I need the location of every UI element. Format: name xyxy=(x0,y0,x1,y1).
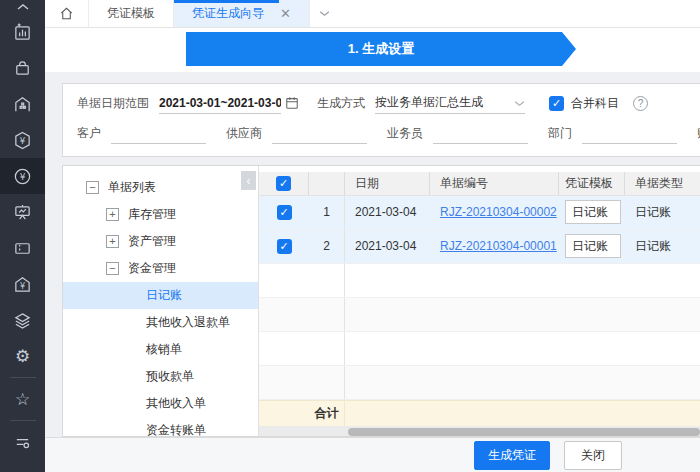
method-label: 生成方式 xyxy=(317,95,365,112)
main-area: 凭证模板 凭证生成向导 ✕ 1. 生成设置 单据日期范围 xyxy=(45,0,700,472)
expand-plus-icon[interactable]: + xyxy=(106,208,119,221)
doc-no-link[interactable]: RJZ-20210304-00002 xyxy=(440,205,557,219)
list-settings-icon[interactable] xyxy=(0,424,45,460)
filter-row-1: 单据日期范围 生成方式 按业务单据汇总生成 ✓ 合并科目 ? xyxy=(77,88,688,118)
department-input[interactable] xyxy=(582,122,677,144)
merge-subjects-checkbox[interactable]: ✓ xyxy=(549,96,564,111)
expand-plus-icon[interactable]: + xyxy=(106,235,119,248)
generate-voucher-button[interactable]: 生成凭证 xyxy=(474,441,550,470)
tree-item-advance-receipt[interactable]: 预收款单 xyxy=(63,363,258,390)
filter-row-2: 客户 供应商 业务员 部门 账户 xyxy=(77,118,688,148)
method-select[interactable]: 按业务单据汇总生成 xyxy=(375,92,525,114)
collapse-minus-icon[interactable]: − xyxy=(106,262,119,275)
doc-no-link[interactable]: RJZ-20210304-00001 xyxy=(440,239,557,253)
tree-root-document-list[interactable]: − 单据列表 xyxy=(63,174,258,201)
row-template-cell: 日记账 xyxy=(559,196,625,229)
tree-item-other-income-refund[interactable]: 其他收入退款单 xyxy=(63,309,258,336)
bar-chart-icon[interactable] xyxy=(0,14,45,50)
tab-bar: 凭证模板 凭证生成向导 ✕ xyxy=(45,0,700,28)
collapse-tree-button[interactable]: ‹ xyxy=(241,171,256,190)
row-check-cell: ✓ xyxy=(259,196,309,229)
tree-group-label: 资金管理 xyxy=(128,260,176,277)
salesperson-input[interactable] xyxy=(433,122,528,144)
tree-item-writeoff[interactable]: 核销单 xyxy=(63,336,258,363)
date-range-label: 单据日期范围 xyxy=(77,95,149,112)
wizard-step-1: 1. 生成设置 xyxy=(186,32,576,66)
svg-text:¥: ¥ xyxy=(20,171,26,181)
table-row[interactable]: ✓ 1 2021-03-04 RJZ-20210304-00002 日记账 日记… xyxy=(259,196,700,230)
shopping-bag-icon[interactable] xyxy=(0,50,45,86)
circle-yen-icon[interactable]: ¥ xyxy=(0,158,45,194)
horizontal-scrollbar xyxy=(259,426,700,436)
tab-list-chevron-down-icon[interactable] xyxy=(310,0,340,27)
tab-voucher-template[interactable]: 凭证模板 xyxy=(89,0,174,27)
customer-input[interactable] xyxy=(111,122,206,144)
supplier-field: 供应商 xyxy=(226,122,367,144)
chevron-up-icon[interactable] xyxy=(0,0,45,14)
documents-panel: ‹ − 单据列表 + 库存管理 + 资产管理 − 资金管理 xyxy=(62,165,700,437)
row-checkbox[interactable]: ✓ xyxy=(277,205,292,220)
template-input[interactable]: 日记账 xyxy=(565,200,621,224)
tree-leaf-label: 资金转账单 xyxy=(146,422,206,436)
empty-row xyxy=(259,332,700,366)
row-doc-type: 日记账 xyxy=(625,196,700,229)
filter-panel: 单据日期范围 生成方式 按业务单据汇总生成 ✓ 合并科目 ? xyxy=(62,83,700,157)
tree-item-other-income[interactable]: 其他收入单 xyxy=(63,390,258,417)
select-all-checkbox[interactable]: ✓ xyxy=(276,176,291,191)
tree-item-fund-transfer[interactable]: 资金转账单 xyxy=(63,417,258,436)
presentation-chart-icon[interactable] xyxy=(0,194,45,230)
salesperson-field: 业务员 xyxy=(387,122,528,144)
doc-no-header: 单据编号 xyxy=(430,172,559,195)
tree-group-inventory[interactable]: + 库存管理 xyxy=(63,201,258,228)
calendar-icon[interactable] xyxy=(285,96,299,110)
tree-group-label: 资产管理 xyxy=(128,233,176,250)
row-checkbox[interactable]: ✓ xyxy=(277,239,292,254)
tree-leaf-label: 日记账 xyxy=(146,287,182,304)
tree-group-assets[interactable]: + 资产管理 xyxy=(63,228,258,255)
row-check-cell: ✓ xyxy=(259,230,309,263)
table-header: ✓ 日期 单据编号 凭证模板 单据类型 xyxy=(259,172,700,196)
close-button[interactable]: 关闭 xyxy=(564,441,622,470)
method-selected-value: 按业务单据汇总生成 xyxy=(375,94,483,111)
tree-leaf-label: 预收款单 xyxy=(146,368,194,385)
gear-icon[interactable]: ⚙ xyxy=(0,338,45,374)
collapse-minus-icon[interactable]: − xyxy=(86,181,99,194)
row-doc-type: 日记账 xyxy=(625,230,700,263)
tab-voucher-wizard[interactable]: 凭证生成向导 ✕ xyxy=(174,0,310,27)
tree-root-label: 单据列表 xyxy=(108,179,156,196)
customer-label: 客户 xyxy=(77,125,101,142)
tree-item-journal[interactable]: 日记账 xyxy=(63,282,258,309)
supplier-input[interactable] xyxy=(272,122,367,144)
close-icon[interactable]: ✕ xyxy=(280,6,291,21)
tree-leaf-label: 其他收入单 xyxy=(146,395,206,412)
empty-row xyxy=(259,298,700,332)
customer-field: 客户 xyxy=(77,122,206,144)
layers-icon[interactable] xyxy=(0,302,45,338)
tree-leaf-label: 其他收入退款单 xyxy=(146,314,230,331)
total-row: 合计 xyxy=(259,400,700,426)
ticket-icon[interactable] xyxy=(0,230,45,266)
scrollbar-thumb[interactable] xyxy=(348,428,700,436)
tree-group-funds[interactable]: − 资金管理 xyxy=(63,255,258,282)
home-button[interactable] xyxy=(45,0,89,27)
table-body: ✓ 1 2021-03-04 RJZ-20210304-00002 日记账 日记… xyxy=(259,196,700,400)
date-header: 日期 xyxy=(345,172,430,195)
department-label: 部门 xyxy=(548,125,572,142)
help-icon[interactable]: ? xyxy=(633,96,648,111)
table-row[interactable]: ✓ 2 2021-03-04 RJZ-20210304-00001 日记账 日记… xyxy=(259,230,700,264)
hexagon-yen-icon[interactable]: ¥ xyxy=(0,122,45,158)
star-icon[interactable]: ☆ xyxy=(0,381,45,417)
warehouse-icon[interactable] xyxy=(0,86,45,122)
row-number-header xyxy=(309,172,345,195)
supplier-label: 供应商 xyxy=(226,125,262,142)
doc-type-header: 单据类型 xyxy=(625,172,700,195)
total-label: 合计 xyxy=(309,401,345,426)
template-input[interactable]: 日记账 xyxy=(565,234,621,258)
date-range-input[interactable] xyxy=(159,92,281,114)
row-docno-cell: RJZ-20210304-00002 xyxy=(430,196,559,229)
tree-leaf-label: 核销单 xyxy=(146,341,182,358)
empty-row xyxy=(259,264,700,298)
salesperson-label: 业务员 xyxy=(387,125,423,142)
row-number: 1 xyxy=(309,196,345,229)
house-yen-icon[interactable]: ¥ xyxy=(0,266,45,302)
